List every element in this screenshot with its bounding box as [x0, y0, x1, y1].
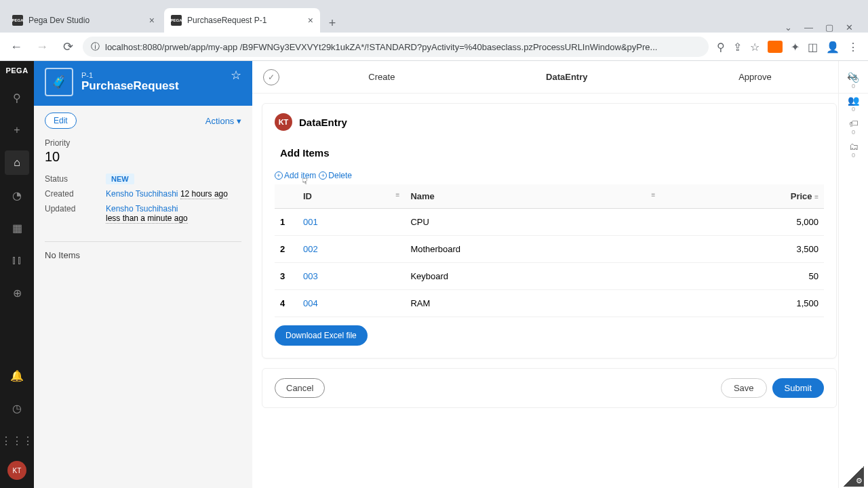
back-button[interactable]: ←	[5, 36, 27, 58]
created-by[interactable]: Kensho Tsuchihashi	[106, 189, 178, 199]
form-card: KT DataEntry Add Items +Add item +Delete…	[262, 103, 837, 359]
new-tab-button[interactable]: +	[323, 14, 342, 33]
close-icon[interactable]: ×	[308, 15, 313, 26]
bookmark-icon[interactable]: ☆	[750, 41, 760, 54]
bell-icon[interactable]: 🔔	[5, 363, 29, 388]
cell-price: 3,500	[660, 236, 824, 263]
table-actions: +Add item +Delete ☟	[275, 171, 824, 180]
extension-icon[interactable]	[768, 41, 783, 53]
url-field[interactable]: ⓘ localhost:8080/prweb/app/my-app /B9FWN…	[83, 37, 709, 57]
cell-name: RAM	[405, 290, 660, 317]
filter-icon[interactable]: ≡	[814, 193, 818, 201]
save-button[interactable]: Save	[721, 378, 767, 398]
check-icon: ✓	[263, 69, 279, 85]
menu-icon[interactable]: ⋮	[848, 41, 859, 54]
row-index: 2	[275, 236, 298, 263]
maximize-icon[interactable]: ▢	[825, 22, 833, 33]
attachments-icon[interactable]: 📎0	[844, 72, 864, 89]
row-index: 3	[275, 263, 298, 290]
updated-label: Updated	[45, 204, 106, 224]
gear-icon[interactable]: ⚙	[844, 466, 864, 487]
tab-favicon: PEGA	[171, 15, 182, 26]
sidepanel-icon[interactable]: ◫	[808, 41, 818, 54]
operator-badge: KT	[275, 113, 292, 131]
stage-dataentry[interactable]: DataEntry	[546, 72, 587, 82]
updated-by[interactable]: Kensho Tsuchihashi	[106, 204, 188, 214]
tab-favicon: PEGA	[12, 15, 23, 26]
items-table: ID≡ Name≡ Price ≡ 1001CPU5,0002002Mother…	[275, 184, 824, 317]
grid-icon[interactable]: ⋮⋮⋮	[5, 428, 29, 453]
col-index	[275, 184, 298, 209]
profile-icon[interactable]: 👤	[826, 41, 840, 54]
close-window-icon[interactable]: ✕	[846, 22, 853, 33]
reload-button[interactable]: ⟳	[57, 36, 79, 58]
chevron-down-icon[interactable]: ⌄	[785, 22, 792, 33]
create-icon[interactable]: +	[5, 118, 29, 142]
minimize-icon[interactable]: —	[804, 22, 813, 33]
stage-create[interactable]: Create	[368, 72, 395, 82]
stage-approve[interactable]: Approve	[738, 72, 771, 82]
case-panel: 🧳 P-1 PurchaseRequest ☆ Edit Actions ▾ P…	[34, 61, 252, 488]
cell-name: Keyboard	[405, 263, 660, 290]
filter-icon[interactable]: ≡	[651, 191, 655, 199]
explore-icon[interactable]: ⊕	[5, 281, 29, 305]
cell-id[interactable]: 002	[298, 236, 405, 263]
updated-when: less than a minute ago	[106, 214, 188, 224]
nav-rail: PEGA ⚲ + ⌂ ◔ ▦ ⫿⫿ ⊕ 🔔 ◷ ⋮⋮⋮ KT	[0, 61, 34, 488]
col-price[interactable]: Price ≡	[660, 184, 824, 209]
site-info-icon[interactable]: ⓘ	[91, 41, 100, 53]
browser-tab-2[interactable]: PEGA PurchaseRequest P-1 ×	[164, 8, 320, 33]
divider	[45, 241, 241, 242]
close-icon[interactable]: ×	[149, 15, 155, 26]
filter-icon[interactable]: ≡	[396, 191, 400, 199]
section-title: Add Items	[280, 147, 824, 159]
main-area: ✓ Create DataEntry Approve ↤ KT DataEntr…	[252, 61, 868, 488]
app-root: PEGA ⚲ + ⌂ ◔ ▦ ⫿⫿ ⊕ 🔔 ◷ ⋮⋮⋮ KT 🧳 P-1 Pur…	[0, 61, 868, 488]
followers-icon[interactable]: 👥0	[844, 95, 864, 113]
cell-id[interactable]: 004	[298, 290, 405, 317]
recents-icon[interactable]: ◷	[5, 396, 29, 420]
apps-icon[interactable]: ▦	[5, 216, 29, 240]
pega-logo: PEGA	[5, 66, 28, 75]
created-label: Created	[45, 189, 106, 199]
user-avatar[interactable]: KT	[7, 461, 26, 480]
gauge-icon[interactable]: ◔	[5, 183, 29, 207]
edit-button[interactable]: Edit	[45, 113, 77, 129]
cancel-button[interactable]: Cancel	[275, 378, 325, 398]
download-excel-button[interactable]: Download Excel file	[275, 325, 368, 346]
table-row[interactable]: 4004RAM1,500	[275, 290, 824, 317]
search-icon[interactable]: ⚲	[717, 41, 725, 54]
col-id[interactable]: ID≡	[298, 184, 405, 209]
browser-tab-1[interactable]: PEGA Pega Dev Studio ×	[5, 8, 161, 33]
col-name[interactable]: Name≡	[405, 184, 660, 209]
case-actions-row: Edit Actions ▾	[34, 106, 252, 136]
share-icon[interactable]: ⇪	[733, 41, 742, 54]
related-icon[interactable]: 🗂0	[844, 141, 864, 159]
cell-id[interactable]: 001	[298, 209, 405, 236]
priority-label: Priority	[45, 138, 241, 148]
no-items-text: No Items	[34, 250, 252, 260]
home-icon[interactable]: ⌂	[5, 150, 29, 175]
delete-link[interactable]: +Delete	[319, 171, 352, 180]
star-icon[interactable]: ☆	[231, 68, 241, 83]
address-bar: ← → ⟳ ⓘ localhost:8080/prweb/app/my-app …	[0, 33, 868, 61]
submit-button[interactable]: Submit	[772, 378, 824, 398]
form-actions: Cancel Save Submit	[262, 368, 837, 408]
reports-icon[interactable]: ⫿⫿	[5, 248, 29, 272]
case-type-icon: 🧳	[45, 68, 73, 96]
cell-name: Motherboard	[405, 236, 660, 263]
table-row[interactable]: 1001CPU5,000	[275, 209, 824, 236]
extensions-icon[interactable]: ✦	[791, 41, 800, 54]
add-item-link[interactable]: +Add item	[275, 171, 316, 180]
table-row[interactable]: 2002Motherboard3,500	[275, 236, 824, 263]
tags-icon[interactable]: 🏷0	[844, 118, 864, 136]
cell-name: CPU	[405, 209, 660, 236]
forward-button[interactable]: →	[31, 36, 53, 58]
table-row[interactable]: 3003Keyboard50	[275, 263, 824, 290]
cell-id[interactable]: 003	[298, 263, 405, 290]
search-icon[interactable]: ⚲	[5, 85, 29, 110]
tab-strip: PEGA Pega Dev Studio × PEGA PurchaseRequ…	[0, 0, 868, 33]
window-controls: ⌄ — ▢ ✕	[785, 22, 863, 33]
actions-menu[interactable]: Actions ▾	[205, 116, 241, 126]
created-when: 12 hours ago	[180, 189, 228, 199]
